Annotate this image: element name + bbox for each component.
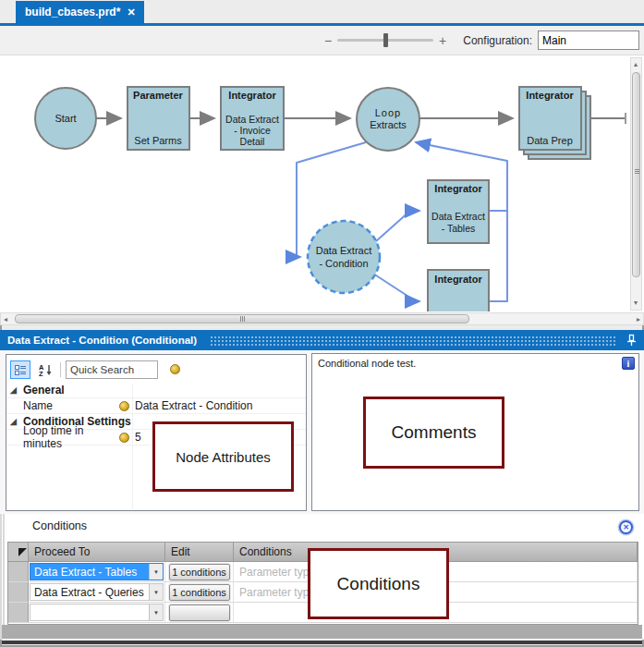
diagram-canvas[interactable]: Start Parameter Set Parms Integrator Dat… [0,55,644,312]
row-selector-triangle-icon [18,548,27,556]
vertical-scroll-thumb[interactable] [632,72,640,277]
dropdown-value: Data Extract - Tables [30,564,149,580]
grid-column-divider [132,384,133,509]
chevron-down-icon[interactable]: ▼ [149,604,163,620]
node-loop-label-1: Loop [375,107,401,118]
tab-bar: build_cbases.prd* ✕ [0,0,644,23]
panel-header-texture [210,336,617,347]
thumb-grip-icon [240,316,245,322]
scroll-up-icon[interactable]: ▴ [634,61,638,68]
node-tables-name-1: Data Extract [431,211,485,222]
proceed-to-cell: ▼ [29,603,165,622]
window-bottom-bar [2,641,642,644]
scroll-down-icon[interactable]: ▾ [634,299,638,307]
zoom-slider-handle[interactable] [383,33,388,47]
close-icon[interactable]: ✕ [127,6,135,18]
properties-panel-header[interactable]: Data Extract - Condition (Conditional) [0,330,644,350]
quick-search-input[interactable] [66,360,158,379]
node-condition-selected[interactable] [308,221,380,293]
pin-icon[interactable] [626,334,637,347]
configuration-input[interactable] [538,31,639,50]
property-group-general[interactable]: ◢ General [6,383,306,398]
diagram-toolbar: − + Configuration: [0,26,644,55]
edge-condition-tables[interactable] [376,211,419,241]
panel-title: Data Extract - Condition (Conditional) [7,335,197,346]
node-start-label: Start [55,113,76,124]
info-icon[interactable]: i [622,357,635,370]
edit-conditions-button[interactable] [169,604,230,621]
edit-conditions-button[interactable]: 1 conditions [169,564,230,580]
row-selector-cell[interactable] [8,603,29,622]
node-queries-type: Integrator [434,274,482,285]
categorized-view-icon[interactable] [10,360,30,379]
property-row-name[interactable]: Name Data Extract - Condition [6,398,306,414]
scroll-left-icon[interactable]: ◂ [4,316,7,324]
property-value[interactable]: Data Extract - Condition [129,399,252,412]
node-tables-type: Integrator [434,183,482,194]
bottom-filler [2,625,642,639]
comments-text: Conditional node test. [318,358,416,369]
edit-cell [165,603,234,622]
annotation-conditions: Conditions [308,548,449,619]
chevron-down-icon[interactable]: ▼ [149,564,163,580]
group-label: General [23,384,65,397]
select-all-cell[interactable] [8,543,29,561]
parameter-badge-icon [119,401,129,411]
canvas-vertical-scrollbar[interactable]: ▴ ▾ [630,57,642,311]
proceed-to-dropdown[interactable]: Data Extract - Tables ▼ [30,563,164,580]
row-selector-cell[interactable] [8,562,29,581]
node-condition-label-2: - Condition [319,258,368,269]
row-selector-cell[interactable] [8,582,29,602]
parameter-badge-icon [119,433,129,443]
zoom-in-icon[interactable]: + [433,33,452,48]
property-value[interactable]: 5 [129,431,141,444]
tab-title: build_cbases.prd* [25,6,120,18]
annotation-label: Conditions [337,574,420,594]
node-condition-label-1: Data Extract [316,245,372,256]
workflow-diagram: Start Parameter Set Parms Integrator Dat… [1,55,630,311]
node-tables-name-2: - Tables [442,223,476,234]
app-window: build_cbases.prd* ✕ − + Configuration: [0,0,644,647]
node-loop-label-2: Extracts [370,119,407,130]
property-name: Loop time in minutes [10,424,119,450]
dropdown-value: Data Extract - Queries [30,586,149,599]
edit-cell: 1 conditions [165,582,234,602]
node-invoice-name-1: Data Extract [225,114,279,125]
canvas-horizontal-scrollbar[interactable]: ◂ ▸ [0,312,644,325]
annotation-comments: Comments [363,397,504,469]
node-parameter-type: Parameter [133,90,184,101]
column-header-proceed-to[interactable]: Proceed To [29,543,165,561]
node-invoice-type: Integrator [228,90,276,101]
chevron-down-icon[interactable]: ▼ [149,584,163,600]
parameter-badge-icon [170,364,180,374]
node-dataprep-type: Integrator [526,90,574,101]
edge-condition-queries[interactable] [373,274,419,301]
scroll-right-icon[interactable]: ▸ [637,316,640,324]
zoom-slider[interactable] [337,39,433,42]
tab-build-cbases[interactable]: build_cbases.prd* ✕ [16,1,144,23]
svg-text:Z: Z [39,370,43,376]
proceed-to-cell: Data Extract - Queries ▼ [29,582,165,602]
edit-conditions-button[interactable]: 1 conditions [169,584,230,601]
collapse-triangle-icon[interactable]: ◢ [10,385,23,395]
node-parameter-name: Set Parms [134,135,182,146]
node-invoice-name-2: - Invoice [234,125,271,136]
edit-cell: 1 conditions [165,562,234,581]
conditions-section-title: Conditions [32,519,87,532]
configuration-label: Configuration: [463,34,532,47]
annotation-label: Comments [392,422,477,443]
proceed-to-dropdown[interactable]: ▼ [30,604,164,621]
column-header-edit[interactable]: Edit [165,543,234,561]
annotation-label: Node Attributes [176,449,271,465]
zoom-out-icon[interactable]: − [319,33,337,48]
close-circle-icon[interactable]: ✕ [619,520,633,534]
sort-az-icon[interactable]: A Z [35,360,55,379]
annotation-node-attributes: Node Attributes [152,421,294,492]
proceed-to-dropdown[interactable]: Data Extract - Queries ▼ [30,583,164,601]
property-grid-toolbar: A Z [6,355,306,383]
toolbar-separator [60,362,61,377]
edge-queries-loopback[interactable] [489,211,507,301]
node-dataprep-name: Data Prep [527,135,573,146]
thumb-grip-icon [635,169,639,174]
horizontal-scroll-thumb[interactable] [15,314,469,324]
